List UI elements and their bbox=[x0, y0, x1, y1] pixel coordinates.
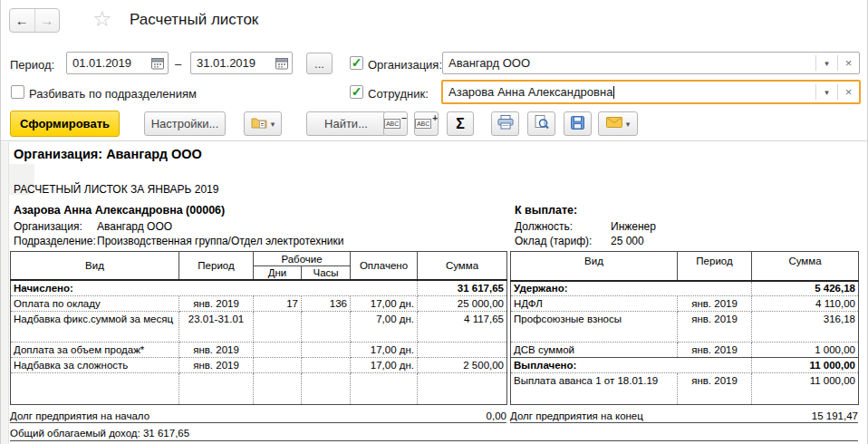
period-dash: – bbox=[175, 57, 181, 71]
position-value: Инженер bbox=[611, 220, 656, 233]
chevron-down-icon[interactable]: ▾ bbox=[816, 53, 837, 73]
col-header-working: Рабочие bbox=[254, 252, 351, 266]
col-header-kind: Вид bbox=[11, 252, 179, 281]
settings-button[interactable]: Настройки... bbox=[144, 111, 226, 136]
period-to-value: 31.01.2019 bbox=[197, 56, 256, 70]
accrued-total-row: Начислено: 31 617,65 bbox=[11, 280, 507, 295]
department-label: Подразделение: bbox=[14, 235, 96, 247]
report-subtitle: РАСЧЕТНЫЙ ЛИСТОК ЗА ЯНВАРЬ 2019 bbox=[14, 183, 218, 196]
col-header-sum: Сумма bbox=[752, 252, 859, 281]
deduction-row: ДСВ суммойянв. 2019 1 000,00 bbox=[511, 343, 859, 358]
company-debt-start-value: 0,00 bbox=[487, 410, 506, 421]
accruals-header-row: Вид Период Рабочие Оплачено Сумма bbox=[11, 252, 507, 266]
period-more-button[interactable]: ... bbox=[306, 53, 333, 74]
clear-icon[interactable]: × bbox=[838, 82, 859, 102]
accrual-row: Надбавка фикс.суммой за месяц23.01-31.01… bbox=[11, 311, 507, 342]
chevron-down-icon: ▾ bbox=[626, 120, 631, 129]
check-icon: ✓ bbox=[352, 58, 362, 68]
period-from-input[interactable]: 01.01.2019 bbox=[66, 52, 169, 74]
back-arrow-icon: ← bbox=[15, 13, 29, 28]
employee-header: Азарова Анна Александровна (00006) bbox=[14, 204, 225, 217]
organization-checkbox[interactable]: ✓ bbox=[350, 56, 363, 70]
envelope-icon bbox=[606, 117, 622, 130]
clear-icon[interactable]: × bbox=[838, 53, 859, 73]
paid-out-sum: 11 000,00 bbox=[752, 358, 859, 373]
col-header-paid: Оплачено bbox=[351, 252, 418, 281]
accrued-total-sum: 31 617,65 bbox=[418, 280, 507, 295]
col-header-hours: Часы bbox=[302, 266, 351, 281]
deductions-header-row: Вид Период Сумма bbox=[511, 252, 859, 281]
back-button[interactable]: ← bbox=[10, 9, 34, 32]
employee-checkbox[interactable]: ✓ bbox=[350, 85, 363, 99]
printer-icon bbox=[497, 115, 514, 132]
position-label: Должность: bbox=[515, 220, 573, 233]
employee-value: Азарова Анна Александровна bbox=[443, 85, 815, 99]
deduction-row: НДФЛянв. 2019 4 110,00 bbox=[511, 296, 859, 312]
save-button[interactable] bbox=[564, 111, 592, 136]
period-label: Период: bbox=[10, 58, 54, 72]
deductions-table: Вид Период Сумма Удержано: 5 426,18 НДФЛ… bbox=[510, 251, 859, 405]
col-header-period: Период bbox=[179, 252, 254, 281]
sum-button[interactable]: Σ bbox=[447, 111, 474, 136]
email-button[interactable]: ▾ bbox=[598, 111, 638, 136]
accrual-row: Оплата по окладуянв. 2019 17136 17,00 дн… bbox=[11, 295, 507, 311]
to-pay-label: К выплате: bbox=[515, 204, 577, 217]
split-by-departments-checkbox[interactable] bbox=[11, 85, 24, 99]
deduction-row: Профсоюзные взносыянв. 2019 316,18 bbox=[511, 312, 859, 343]
report-variants-button[interactable]: ▾ bbox=[244, 111, 282, 136]
abc-minus-button[interactable]: ABC− bbox=[383, 111, 408, 136]
accrued-total-label: Начислено: bbox=[11, 280, 418, 295]
withheld-total-label: Удержано: bbox=[511, 281, 752, 296]
company-debt-end-row: Долг предприятия на конец 15 191,47 bbox=[510, 408, 858, 423]
company-debt-start-label: Долг предприятия на начало bbox=[10, 410, 149, 421]
payment-row: Выплата аванса 1 от 18.01.19янв. 2019 11… bbox=[511, 373, 859, 405]
forward-arrow-icon: → bbox=[40, 13, 53, 28]
company-debt-end-label: Долг предприятия на конец bbox=[510, 410, 643, 421]
preview-icon bbox=[535, 115, 549, 132]
favorites-star-icon[interactable]: ☆ bbox=[92, 6, 112, 32]
col-header-kind: Вид bbox=[511, 252, 678, 281]
toolbar-separator bbox=[1, 140, 867, 141]
chevron-down-icon: ▾ bbox=[271, 120, 275, 129]
withheld-total-row: Удержано: 5 426,18 bbox=[511, 281, 859, 296]
accrual-row: Надбавка за сложностьянв. 2019 17,00 дн.… bbox=[11, 357, 507, 372]
abc-plus-icon: ABC bbox=[415, 119, 431, 129]
nav-buttons: ← → bbox=[9, 8, 60, 33]
employee-label: Сотрудник: bbox=[368, 87, 429, 101]
col-header-days: Дни bbox=[254, 266, 302, 281]
chevron-down-icon[interactable]: ▾ bbox=[816, 82, 837, 102]
period-from-value: 01.01.2019 bbox=[72, 56, 131, 70]
report-margin-strip bbox=[1, 142, 9, 444]
calendar-icon[interactable] bbox=[275, 57, 288, 70]
employee-combobox[interactable]: Азарова Анна Александровна ▾ × bbox=[441, 80, 861, 104]
generate-button[interactable]: Сформировать bbox=[10, 111, 120, 137]
col-header-sum: Сумма bbox=[418, 252, 507, 281]
accrual-row: Доплата за объем продаж*янв. 2019 17,00 … bbox=[11, 342, 507, 357]
col-header-period: Период bbox=[678, 252, 752, 281]
paid-out-total-row: Выплачено: 11 000,00 bbox=[511, 358, 859, 373]
save-icon bbox=[571, 116, 584, 132]
calendar-icon[interactable] bbox=[151, 57, 164, 70]
paid-out-label: Выплачено: bbox=[511, 358, 752, 373]
abc-plus-button[interactable]: ABC+ bbox=[414, 111, 439, 136]
period-to-input[interactable]: 31.01.2019 bbox=[190, 52, 293, 74]
find-button[interactable]: Найти... bbox=[306, 111, 386, 136]
withheld-total-sum: 5 426,18 bbox=[752, 281, 859, 296]
taxable-income-note: Общий облагаемый доход: 31 617,65 bbox=[10, 426, 858, 441]
print-button[interactable] bbox=[491, 111, 519, 136]
company-debt-end-value: 15 191,47 bbox=[812, 410, 858, 421]
text-cursor bbox=[613, 86, 614, 99]
organization-value: Авангард ООО bbox=[443, 56, 815, 70]
department-value: Производственная группа/Отдел электротех… bbox=[97, 235, 344, 247]
org-info-label: Организация: bbox=[14, 220, 82, 233]
payslip-report-window: ← → ☆ Расчетный листок Период: 01.01.201… bbox=[0, 0, 868, 444]
org-info-value: Авангард ООО bbox=[97, 220, 172, 233]
forward-button[interactable]: → bbox=[34, 9, 60, 32]
report-org-title: Организация: Авангард ООО bbox=[14, 147, 202, 161]
preview-button[interactable] bbox=[527, 111, 555, 136]
empty-row bbox=[11, 372, 507, 404]
split-by-departments-label: Разбивать по подразделениям bbox=[29, 87, 197, 101]
organization-combobox[interactable]: Авангард ООО ▾ × bbox=[442, 52, 860, 74]
check-icon: ✓ bbox=[352, 87, 362, 97]
salary-value: 25 000 bbox=[611, 235, 644, 247]
